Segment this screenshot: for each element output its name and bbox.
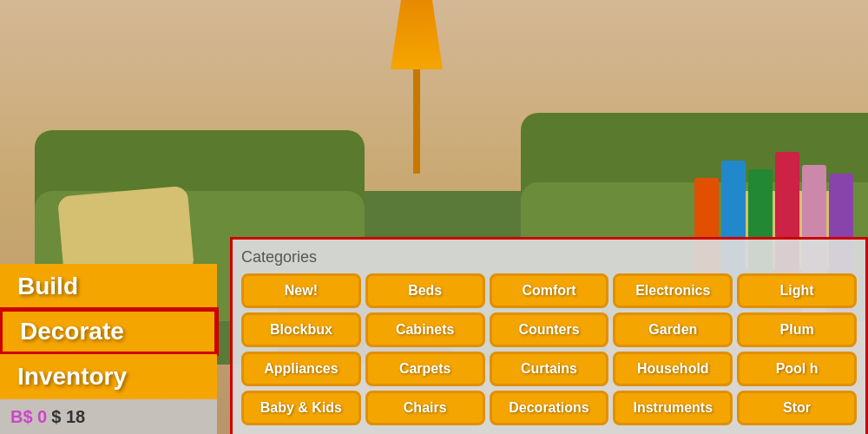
categories-title: Categories <box>241 248 857 266</box>
category-button-carpets[interactable]: Carpets <box>365 352 485 386</box>
category-button-stor[interactable]: Stor <box>737 391 857 425</box>
build-button[interactable]: Build <box>0 264 217 309</box>
category-button-electronics[interactable]: Electronics <box>613 273 733 308</box>
category-button-blockbux[interactable]: Blockbux <box>241 312 361 347</box>
category-button-household[interactable]: Household <box>613 352 733 386</box>
category-button-appliances[interactable]: Appliances <box>241 352 361 386</box>
category-button-comfort[interactable]: Comfort <box>490 273 609 308</box>
balance-bar: B$ 0 $ 18 <box>0 399 217 434</box>
balance-currency: B$ 0 <box>10 407 47 427</box>
category-button-cabinets[interactable]: Cabinets <box>365 312 485 347</box>
category-button-new-[interactable]: New! <box>241 273 361 308</box>
category-button-garden[interactable]: Garden <box>613 312 733 347</box>
category-button-curtains[interactable]: Curtains <box>490 352 609 386</box>
ui-overlay: Build Decorate Inventory B$ 0 $ 18 Categ… <box>0 0 868 434</box>
balance-amount: $ 18 <box>51 407 85 427</box>
category-button-decorations[interactable]: Decorations <box>490 391 609 425</box>
decorate-button[interactable]: Decorate <box>0 309 217 354</box>
category-button-chairs[interactable]: Chairs <box>365 391 485 425</box>
category-button-pool-h[interactable]: Pool h <box>737 352 857 386</box>
category-button-baby---kids[interactable]: Baby & Kids <box>241 391 361 425</box>
inventory-button[interactable]: Inventory <box>0 354 217 399</box>
categories-grid: New!BedsComfortElectronicsLightBlockbuxC… <box>241 273 857 425</box>
sidebar: Build Decorate Inventory B$ 0 $ 18 <box>0 264 217 434</box>
category-button-counters[interactable]: Counters <box>490 312 609 347</box>
category-button-plum[interactable]: Plum <box>737 312 857 347</box>
categories-panel: Categories New!BedsComfortElectronicsLig… <box>230 237 868 434</box>
category-button-light[interactable]: Light <box>737 273 857 308</box>
category-button-instruments[interactable]: Instruments <box>613 391 733 425</box>
category-button-beds[interactable]: Beds <box>365 273 485 308</box>
